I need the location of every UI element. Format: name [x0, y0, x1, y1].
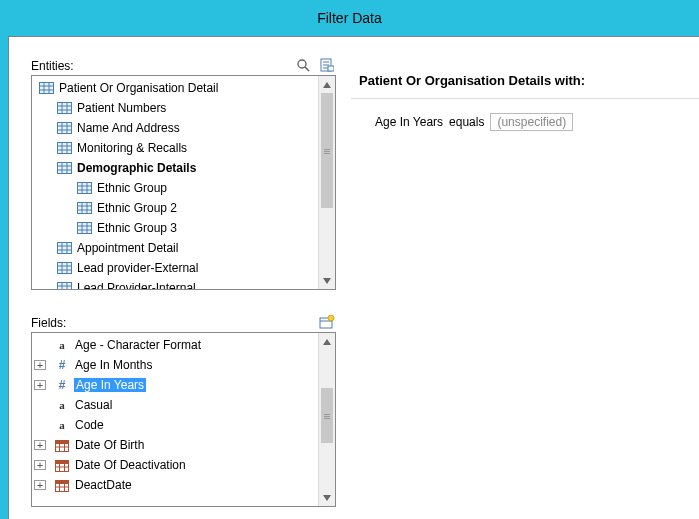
- date-type-icon: [54, 458, 70, 472]
- entity-item[interactable]: Name And Address: [32, 118, 335, 138]
- search-icon[interactable]: [294, 57, 312, 73]
- fields-tree[interactable]: + a Age - Character Format + # Age In Mo…: [32, 333, 335, 497]
- text-type-icon: a: [54, 338, 70, 352]
- text-type-icon: a: [54, 398, 70, 412]
- svg-marker-63: [323, 278, 331, 284]
- entity-item[interactable]: Ethnic Group 3: [32, 218, 335, 238]
- entity-root[interactable]: Patient Or Organisation Detail: [32, 78, 335, 98]
- expander-icon[interactable]: +: [34, 460, 46, 470]
- field-item[interactable]: + a Code: [32, 415, 335, 435]
- filter-heading-text: Patient Or Organisation Details with:: [359, 73, 691, 88]
- fields-header-row: Fields:: [31, 312, 336, 330]
- tree-label: Age In Months: [74, 358, 153, 372]
- tree-label: Ethnic Group 3: [96, 221, 178, 235]
- scroll-track[interactable]: [319, 93, 335, 272]
- new-field-icon[interactable]: [318, 314, 336, 330]
- table-icon: [56, 281, 72, 290]
- table-icon: [56, 121, 72, 135]
- filter-heading: Patient Or Organisation Details with:: [351, 55, 699, 98]
- svg-rect-12: [57, 103, 71, 114]
- entity-item-demographic[interactable]: Demographic Details: [32, 158, 335, 178]
- entity-item[interactable]: Lead provider-External: [32, 258, 335, 278]
- tree-label: Appointment Detail: [76, 241, 179, 255]
- table-icon: [76, 221, 92, 235]
- field-item-selected[interactable]: + # Age In Years: [32, 375, 335, 395]
- entity-item[interactable]: Ethnic Group 2: [32, 198, 335, 218]
- tree-label: Casual: [74, 398, 113, 412]
- tree-label: Ethnic Group: [96, 181, 168, 195]
- filter-value-input[interactable]: (unspecified): [490, 113, 573, 131]
- svg-line-1: [305, 67, 309, 71]
- field-item[interactable]: + a Casual: [32, 395, 335, 415]
- scroll-up-icon[interactable]: [319, 333, 335, 350]
- filter-separator: [351, 98, 699, 99]
- svg-marker-83: [323, 495, 331, 501]
- text-type-icon: a: [54, 418, 70, 432]
- table-icon: [56, 141, 72, 155]
- fields-scrollbar[interactable]: [318, 333, 335, 506]
- filter-field-link[interactable]: Age In Years: [375, 115, 443, 129]
- content-area: Entities: Patient Or Organisation Detail: [9, 37, 699, 519]
- scroll-track[interactable]: [319, 350, 335, 489]
- table-icon: [56, 261, 72, 275]
- fields-label: Fields:: [31, 316, 312, 330]
- scroll-down-icon[interactable]: [319, 272, 335, 289]
- field-item[interactable]: + DeactDate: [32, 475, 335, 495]
- date-type-icon: [54, 438, 70, 452]
- field-item[interactable]: + a Age - Character Format: [32, 335, 335, 355]
- tree-label: Monitoring & Recalls: [76, 141, 188, 155]
- number-type-icon: #: [54, 358, 70, 372]
- expander-icon[interactable]: +: [34, 440, 46, 450]
- tree-label: Age - Character Format: [74, 338, 202, 352]
- svg-rect-78: [56, 480, 69, 483]
- scroll-up-icon[interactable]: [319, 76, 335, 93]
- entities-tree[interactable]: Patient Or Organisation Detail Patient N…: [32, 76, 335, 290]
- table-icon: [56, 161, 72, 175]
- svg-rect-52: [57, 263, 71, 274]
- right-column: Patient Or Organisation Details with: Ag…: [351, 55, 699, 131]
- svg-rect-6: [328, 66, 334, 71]
- filter-operator-link[interactable]: equals: [449, 115, 484, 129]
- entity-item[interactable]: Lead Provider-Internal: [32, 278, 335, 290]
- svg-marker-62: [323, 82, 331, 88]
- filter-condition-row: Age In Years equals (unspecified): [351, 113, 699, 131]
- svg-rect-7: [39, 83, 53, 94]
- number-type-icon: #: [54, 378, 70, 392]
- svg-point-66: [328, 315, 334, 321]
- svg-rect-42: [77, 223, 91, 234]
- svg-rect-73: [56, 460, 69, 463]
- scroll-thumb[interactable]: [321, 93, 333, 208]
- expander-icon[interactable]: +: [34, 380, 46, 390]
- table-icon: [38, 81, 54, 95]
- tree-label: Code: [74, 418, 105, 432]
- table-icon: [76, 181, 92, 195]
- entity-item[interactable]: Appointment Detail: [32, 238, 335, 258]
- entity-item[interactable]: Monitoring & Recalls: [32, 138, 335, 158]
- field-item[interactable]: + Date Of Deactivation: [32, 455, 335, 475]
- svg-rect-32: [77, 183, 91, 194]
- entities-header-row: Entities:: [31, 55, 336, 73]
- entities-panel: Patient Or Organisation Detail Patient N…: [31, 75, 336, 290]
- window-frame: Filter Data Entities:: [0, 0, 699, 519]
- scroll-thumb[interactable]: [321, 388, 333, 443]
- field-item[interactable]: + Date Of Birth: [32, 435, 335, 455]
- window-title: Filter Data: [0, 0, 699, 36]
- left-column: Entities: Patient Or Organisation Detail: [31, 55, 336, 507]
- tree-label: Patient Or Organisation Detail: [58, 81, 219, 95]
- svg-rect-68: [56, 440, 69, 443]
- tree-label: Ethnic Group 2: [96, 201, 178, 215]
- field-item[interactable]: + # Age In Months: [32, 355, 335, 375]
- expander-icon[interactable]: +: [34, 360, 46, 370]
- expander-icon[interactable]: +: [34, 480, 46, 490]
- scroll-down-icon[interactable]: [319, 489, 335, 506]
- entities-scrollbar[interactable]: [318, 76, 335, 289]
- tree-label: Lead Provider-Internal: [76, 281, 197, 290]
- properties-icon[interactable]: [318, 57, 336, 73]
- tree-label: Patient Numbers: [76, 101, 167, 115]
- fields-panel: + a Age - Character Format + # Age In Mo…: [31, 332, 336, 507]
- tree-label: Demographic Details: [76, 161, 197, 175]
- svg-rect-47: [57, 243, 71, 254]
- entity-item[interactable]: Patient Numbers: [32, 98, 335, 118]
- table-icon: [56, 241, 72, 255]
- entity-item[interactable]: Ethnic Group: [32, 178, 335, 198]
